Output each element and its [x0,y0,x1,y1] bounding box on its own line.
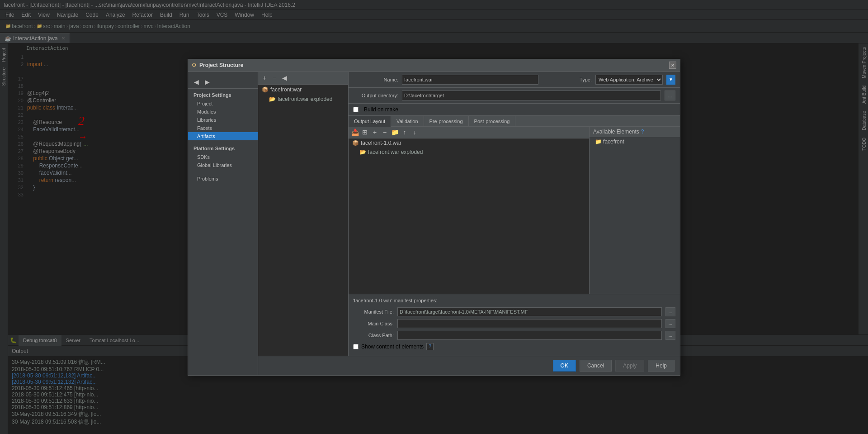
nav-facets[interactable]: Facets [188,124,258,132]
nav-back-btn[interactable]: ◀ [192,77,201,86]
modal-overlay: ⚙ Project Structure ✕ ◀ ▶ Project Settin… [0,0,868,434]
output-dir-input[interactable] [402,91,661,100]
config-tabs: Output Layout Validation Pre-processing … [349,116,680,127]
output-dir-browse-btn[interactable]: ... [665,91,675,100]
artifact-list: 📦 facefront:war 📂 facefront:war exploded [258,85,348,356]
type-select[interactable]: Web Application: Archive [595,75,663,85]
project-settings-section: Project Settings [188,91,258,100]
nav-sdks[interactable]: SDKs [188,153,258,161]
manifest-file-row: Manifest File: ... [353,306,675,318]
dialog-nav: ◀ ▶ Project Settings Project Modules Lib… [188,72,258,375]
output-dir-row: Output directory: ... [349,88,680,104]
name-label: Name: [353,77,398,82]
manifest-file-input[interactable] [397,307,662,316]
move-up-btn[interactable]: ↑ [400,128,409,137]
nav-libraries[interactable]: Libraries [188,116,258,124]
output-layout-tab[interactable]: Output Layout [349,116,391,127]
remove-artifact-btn[interactable]: − [270,73,279,82]
nav-artifacts[interactable]: Artifacts [188,132,258,140]
dialog-title: Project Structure [199,62,243,68]
help-icon[interactable]: ? [641,129,644,135]
nav-modules[interactable]: Modules [188,108,258,116]
type-dropdown-btn[interactable]: ▼ [666,75,675,85]
name-type-row: Name: Type: Web Application: Archive ▼ [349,72,680,88]
output-layout-area: 📥 ⊞ + − 📁 ↑ ↓ 📦 [349,127,680,294]
output-tree: 📥 ⊞ + − 📁 ↑ ↓ 📦 [349,127,590,294]
output-tree-toolbar: 📥 ⊞ + − 📁 ↑ ↓ [349,127,589,138]
artifact-toolbar: + − ◀ [258,72,348,85]
class-path-browse-btn[interactable]: ... [665,331,675,340]
remove-element-btn[interactable]: − [380,128,389,137]
manifest-section: 'facefront-1.0.war' manifest properties:… [349,294,680,356]
dialog-close-button[interactable]: ✕ [669,62,676,69]
class-path-label: Class Path: [353,333,394,338]
ok-button[interactable]: OK [553,360,576,372]
war-exploded-icon: 📂 [269,96,276,102]
class-path-input[interactable] [397,331,662,340]
manifest-file-browse-btn[interactable]: ... [665,307,675,316]
pre-processing-tab[interactable]: Pre-processing [424,116,469,127]
type-label: Type: [547,77,592,82]
help-button[interactable]: Help [648,360,675,372]
validation-tab[interactable]: Validation [391,116,424,127]
layout-btn[interactable]: ⊞ [360,128,369,137]
show-content-label: Show content of elements [361,343,424,350]
folder-icon: 📁 [595,138,602,145]
output-dir-label: Output directory: [353,93,398,98]
apply-button[interactable]: Apply [615,360,644,372]
copy-artifact-btn[interactable]: ◀ [280,73,289,82]
create-dir-btn[interactable]: 📁 [390,128,399,137]
build-on-make-checkbox[interactable] [353,107,359,112]
dialog-footer: OK Cancel Apply Help [258,356,680,375]
artifact-list-panel: + − ◀ 📦 facefront:war 📂 facefront:w [258,72,349,356]
nav-problems[interactable]: Problems [188,175,258,183]
exploded-output-icon: 📂 [359,149,366,155]
name-input[interactable] [402,75,538,85]
move-down-btn[interactable]: ↓ [410,128,419,137]
manifest-title: 'facefront-1.0.war' manifest properties: [353,298,675,303]
main-class-browse-btn[interactable]: ... [665,319,675,328]
platform-settings-section: Platform Settings [188,144,258,153]
nav-forward-btn[interactable]: ▶ [203,77,212,86]
post-processing-tab[interactable]: Post-processing [469,116,516,127]
class-path-row: Class Path: ... [353,329,675,341]
output-tree-items: 📦 facefront-1.0.war 📂 facefront:war expl… [349,138,589,157]
show-content-checkbox[interactable] [353,344,359,349]
main-class-row: Main Class: ... [353,318,675,329]
show-content-row: Show content of elements ? [353,341,675,352]
nav-global-libraries[interactable]: Global Libraries [188,161,258,169]
war-output-icon: 📦 [352,140,359,146]
artifact-war[interactable]: 📦 facefront:war [258,85,348,95]
exploded-output-item[interactable]: 📂 facefront:war exploded [349,148,589,157]
dialog-body: ◀ ▶ Project Settings Project Modules Lib… [188,72,680,375]
dialog-icon: ⚙ [192,62,197,68]
build-on-make-row: Build on make [349,104,680,116]
dialog-content: + − ◀ 📦 facefront:war 📂 facefront:w [258,72,680,375]
project-structure-dialog: ⚙ Project Structure ✕ ◀ ▶ Project Settin… [188,59,680,376]
available-elements-panel: Available Elements ? 📁 facefront [590,127,680,294]
war-icon: 📦 [262,86,269,93]
add-artifact-btn[interactable]: + [260,73,269,82]
nav-project[interactable]: Project [188,100,258,108]
available-facefront[interactable]: 📁 facefront [590,137,680,146]
manifest-file-label: Manifest File: [353,309,394,315]
add-element-btn[interactable]: + [370,128,379,137]
build-on-make-label: Build on make [364,106,398,113]
extract-btn[interactable]: 📥 [350,128,359,137]
main-class-label: Main Class: [353,321,394,326]
artifact-war-exploded[interactable]: 📂 facefront:war exploded [258,95,348,104]
war-output-item[interactable]: 📦 facefront-1.0.war [349,138,589,148]
dialog-titlebar: ⚙ Project Structure ✕ [188,59,680,72]
config-panel: Name: Type: Web Application: Archive ▼ O… [349,72,680,356]
show-content-help-btn[interactable]: ? [426,343,434,350]
cancel-button[interactable]: Cancel [580,360,612,372]
main-class-input[interactable] [397,319,662,328]
available-elements-header: Available Elements ? [590,127,680,137]
